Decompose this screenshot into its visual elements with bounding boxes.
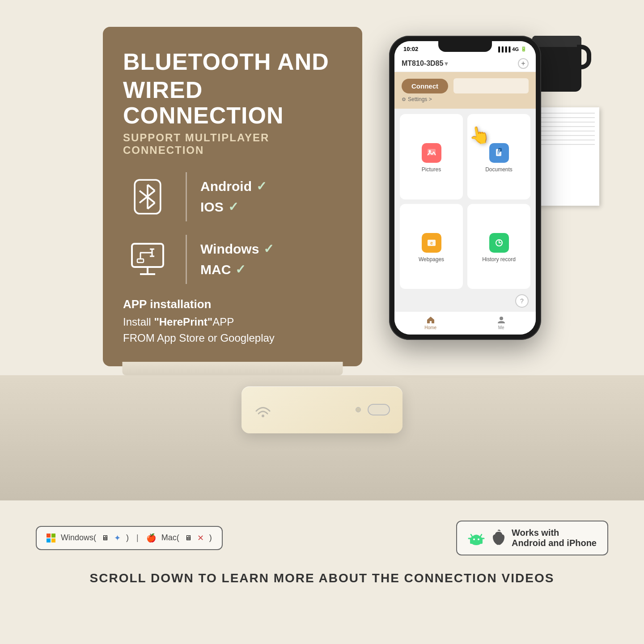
svg-line-5 [148, 203, 155, 209]
windows-logo-icon [47, 534, 55, 542]
wired-list: Windows ✓ MAC ✓ [200, 235, 274, 284]
main-container: BLUETOOTH AND WIRED CONNECTION SUPPORT M… [0, 0, 644, 644]
title-line1: BLUETOOTH AND [123, 49, 342, 75]
install-title: APP installation [123, 297, 342, 311]
close-paren: ) [126, 533, 129, 542]
documents-label: Documents [485, 166, 513, 173]
android-icon [468, 530, 485, 547]
history-icon [489, 233, 509, 253]
connect-input [453, 78, 529, 93]
svg-point-31 [262, 415, 264, 417]
connect-area: Connect ⚙ Settings > [394, 72, 536, 109]
compat-text: Windows( [61, 533, 96, 542]
subtitle: SUPPORT MULTIPLAYER CONNECTION [123, 131, 342, 157]
nav-home[interactable]: Home [424, 315, 436, 330]
svg-rect-33 [470, 538, 483, 544]
printer-device [242, 386, 402, 433]
svg-rect-6 [132, 244, 163, 267]
connect-button[interactable]: Connect [402, 79, 448, 93]
install-text-2: FROM App Store or Googleplay [123, 330, 342, 346]
apple-phone-icon [491, 530, 505, 547]
windows-check: ✓ [263, 242, 274, 256]
phone-screen: 10:02 ▐▐▐▐ 4G 🔋 MT810-3D85 ▼ + [394, 41, 536, 335]
battery-icon: 🔋 [521, 46, 527, 52]
svg-point-35 [478, 538, 479, 540]
windows-label: Windows [200, 242, 259, 257]
phone-notch [438, 41, 492, 52]
app-name: "HerePrint" [154, 316, 212, 328]
documents-icon: F [489, 143, 509, 163]
app-grid: Pictures [394, 109, 536, 294]
connect-row: Connect [402, 78, 529, 93]
help-button[interactable]: ? [515, 294, 529, 308]
ios-label: IOS [200, 199, 224, 215]
top-section: BLUETOOTH AND WIRED CONNECTION SUPPORT M… [0, 0, 644, 366]
history-tile[interactable]: History record [467, 204, 530, 289]
mac-feature: MAC ✓ [200, 262, 274, 277]
status-time: 10:02 [403, 46, 418, 52]
android-feature: Android ✓ [200, 179, 267, 194]
add-button[interactable]: + [518, 58, 529, 69]
divider-pipe: | [136, 533, 139, 542]
webpages-tile[interactable]: e Webpages [400, 204, 463, 289]
svg-line-37 [480, 534, 482, 537]
mac-check: ✓ [235, 262, 246, 277]
wireless-list: Android ✓ IOS ✓ [200, 172, 267, 221]
usb-icon: 🖥 [102, 534, 109, 542]
divider-1 [186, 172, 187, 221]
settings-link[interactable]: ⚙ Settings > [402, 96, 529, 102]
svg-text:e: e [430, 241, 433, 246]
compat-badge: Windows( 🖥 ✦ ) | 🍎 Mac( 🖥 ✕ ) [36, 526, 223, 550]
status-icons: ▐▐▐▐ 4G 🔋 [496, 46, 527, 52]
pictures-tile[interactable]: Pictures [400, 114, 463, 199]
svg-point-34 [473, 538, 475, 540]
phone-mockup: 10:02 ▐▐▐▐ 4G 🔋 MT810-3D85 ▼ + [389, 36, 541, 340]
history-label: History record [482, 256, 516, 263]
android-check: ✓ [256, 179, 267, 194]
app-header: MT810-3D85 ▼ + [394, 55, 536, 72]
app-install-section: APP installation Install "HerePrint"APP … [123, 297, 342, 346]
pictures-icon [422, 143, 441, 163]
ios-check: ✓ [228, 199, 238, 214]
divider-2 [186, 235, 187, 284]
svg-line-36 [471, 534, 472, 537]
bluetooth-icon [123, 172, 172, 221]
mac-close-paren: ) [209, 533, 212, 542]
webpages-icon: e [422, 233, 441, 253]
install-text-1: Install "HerePrint"APP [123, 314, 342, 330]
nav-me[interactable]: Me [497, 315, 506, 330]
monitor-icon [123, 235, 172, 284]
webpages-label: Webpages [419, 256, 444, 263]
settings-label: Settings > [408, 96, 432, 102]
signal-icon: ▐▐▐▐ [496, 47, 510, 52]
pictures-label: Pictures [422, 166, 441, 173]
svg-line-4 [148, 185, 155, 191]
mac-usb-icon: 🖥 [185, 534, 192, 542]
bluetooth-compat-icon: ✦ [114, 533, 121, 543]
svg-rect-13 [137, 259, 144, 263]
works-line1: Works with [512, 528, 597, 538]
bottom-badges-bar: Windows( 🖥 ✦ ) | 🍎 Mac( 🖥 ✕ ) [0, 509, 644, 567]
no-bt-icon: ✕ [197, 533, 204, 543]
ios-feature: IOS ✓ [200, 199, 267, 215]
apple-icon: 🍎 [146, 533, 156, 543]
signal-type: 4G [512, 47, 519, 52]
nav-me-label: Me [498, 325, 504, 330]
works-with-badge: Works with Android and iPhone [456, 521, 608, 555]
device-name: MT810-3D85 [402, 59, 443, 68]
cursor-hand-icon: 👆 [467, 123, 491, 146]
mac-compat-text: Mac( [161, 533, 179, 542]
left-panel: BLUETOOTH AND WIRED CONNECTION SUPPORT M… [103, 27, 362, 366]
wired-features-row: Windows ✓ MAC ✓ [123, 235, 342, 284]
works-line2: Android and iPhone [512, 538, 597, 548]
table-surface [0, 375, 644, 500]
bottom-nav: Home Me [394, 311, 536, 335]
windows-feature: Windows ✓ [200, 242, 274, 257]
mac-label: MAC [200, 262, 231, 277]
title-line2: WIRED CONNECTION [123, 77, 342, 128]
nav-home-label: Home [424, 325, 436, 330]
footer-text: SCROLL DOWN TO LEARN MORE ABOUT THE CONN… [0, 567, 644, 599]
wireless-features-row: Android ✓ IOS ✓ [123, 172, 342, 221]
android-label: Android [200, 179, 252, 194]
phone-section: 10:02 ▐▐▐▐ 4G 🔋 MT810-3D85 ▼ + [389, 36, 541, 340]
